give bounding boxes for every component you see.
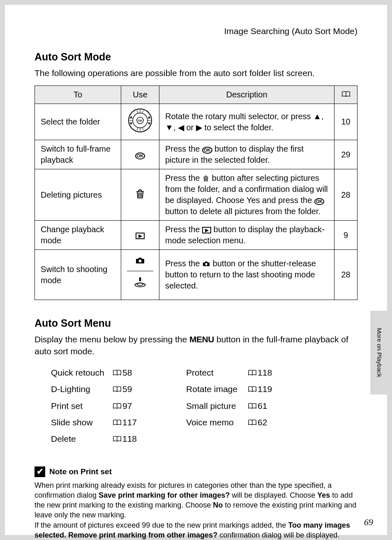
page-header: Image Searching (Auto Sort Mode) — [35, 25, 357, 37]
op-use-icon — [121, 250, 159, 300]
table-row: Select the folder Rotate the rotary mult… — [35, 104, 357, 140]
th-to: To — [35, 86, 121, 104]
ok-button-icon: OK — [314, 198, 325, 205]
menu-button-label: MENU — [189, 335, 214, 344]
menu-item: Rotate image119 — [186, 383, 272, 395]
book-icon — [341, 91, 350, 97]
op-to: Select the folder — [35, 104, 121, 140]
op-description: Press the ▶ button to display the playba… — [159, 221, 334, 250]
op-to: Switch to shooting mode — [35, 250, 121, 300]
book-icon — [248, 386, 257, 392]
book-icon — [248, 419, 257, 426]
menu-item-page: 58 — [113, 367, 132, 378]
menu-item-label: Voice memo — [186, 417, 240, 428]
section-title-auto-sort-mode: Auto Sort Mode — [35, 50, 357, 64]
menu-item: Small picture61 — [186, 400, 272, 412]
section-intro: Display the menu below by pressing the M… — [35, 334, 357, 357]
table-row: Change playback mode ▶ Press the ▶ butto… — [35, 221, 357, 250]
camera-icon — [135, 256, 145, 265]
book-icon — [113, 403, 122, 409]
table-row: Deleting pictures Press the button after… — [35, 169, 357, 221]
op-to: Change playback mode — [35, 221, 121, 250]
menu-item-page: 61 — [248, 400, 267, 412]
shutter-release-icon — [133, 275, 148, 290]
op-description: Press the button after selecting picture… — [159, 169, 334, 221]
manual-page: Image Searching (Auto Sort Mode) Auto So… — [5, 5, 387, 535]
op-page: 10 — [334, 104, 357, 140]
th-description: Description — [159, 86, 334, 104]
menu-item-label: Slide show — [51, 417, 104, 428]
book-icon — [113, 386, 122, 392]
menu-item-page: 119 — [248, 383, 272, 395]
menu-item-label: D-Lighting — [51, 383, 104, 395]
note-heading: ✔ Note on Print set — [35, 466, 357, 477]
op-to: Switch to full-frame playback — [35, 140, 121, 169]
side-tab: More on Playback — [371, 311, 387, 395]
rotary-selector-icon — [127, 107, 153, 134]
table-row: Switch to shooting mode Press the button… — [35, 250, 357, 300]
playback-icon: ▶ — [136, 233, 145, 239]
caution-icon: ✔ — [35, 466, 45, 477]
menu-item-label: Quick retouch — [51, 367, 104, 378]
menu-item-label: Protect — [186, 367, 240, 378]
right-arrow-icon: ▶ — [196, 123, 202, 132]
th-use: Use — [121, 86, 159, 104]
section-intro: The following operations are possible fr… — [35, 67, 357, 79]
operations-table: To Use Description Select the folder Rot… — [35, 85, 357, 300]
op-to: Deleting pictures — [35, 169, 121, 221]
menu-item-page: 59 — [113, 383, 132, 395]
menu-item-label: Small picture — [186, 400, 240, 412]
op-page: 28 — [334, 169, 357, 221]
menu-item-label: Print set — [51, 400, 104, 412]
menu-item: Quick retouch58 — [51, 367, 137, 378]
menu-item-page: 118 — [248, 367, 272, 378]
menu-item: Print set97 — [51, 400, 137, 412]
camera-icon — [202, 261, 210, 267]
op-page: 9 — [334, 221, 357, 250]
menu-column: Quick retouch58D-Lighting59Print set97Sl… — [51, 367, 137, 450]
left-arrow-icon: ◀ — [178, 123, 184, 132]
op-page: 28 — [334, 250, 357, 300]
book-icon — [113, 436, 122, 442]
ok-button-icon: OK — [202, 147, 212, 154]
note-body: When print marking already exists for pi… — [35, 480, 357, 540]
section-title-auto-sort-menu: Auto Sort Menu — [35, 316, 357, 330]
page-number: 69 — [364, 516, 373, 528]
menu-item-label: Delete — [51, 433, 104, 445]
menu-list: Quick retouch58D-Lighting59Print set97Sl… — [35, 367, 357, 450]
op-description: Rotate the rotary multi selector, or pre… — [159, 104, 334, 140]
menu-item-label: Rotate image — [186, 383, 240, 395]
note-box: ✔ Note on Print set When print marking a… — [35, 463, 357, 540]
op-description: Press the OK button to display the first… — [159, 140, 334, 169]
menu-item: Delete118 — [51, 433, 137, 445]
book-icon — [113, 369, 122, 376]
up-arrow-icon: ▲ — [313, 112, 321, 121]
op-use-icon — [121, 104, 159, 140]
ok-button-icon: OK — [135, 152, 145, 159]
book-icon — [248, 369, 257, 376]
menu-column: Protect118Rotate image119Small picture61… — [186, 367, 272, 450]
trash-icon — [134, 188, 146, 199]
op-use-icon: OK — [121, 140, 159, 169]
side-tab-label: More on Playback — [375, 328, 383, 377]
book-icon — [248, 403, 257, 409]
book-icon — [113, 419, 122, 426]
op-use-icon: ▶ — [121, 221, 159, 250]
menu-item-page: 62 — [248, 417, 267, 428]
menu-item-page: 97 — [113, 400, 132, 412]
op-use-icon — [121, 169, 159, 221]
table-row: Switch to full-frame playback OK Press t… — [35, 140, 357, 169]
down-arrow-icon: ▼ — [165, 123, 173, 132]
menu-item-page: 117 — [113, 417, 137, 428]
menu-item: Voice memo62 — [186, 417, 272, 428]
menu-item: D-Lighting59 — [51, 383, 137, 395]
menu-item: Protect118 — [186, 367, 272, 378]
menu-item: Slide show117 — [51, 417, 137, 428]
op-description: Press the button or the shutter-release … — [159, 250, 334, 300]
trash-icon — [202, 175, 210, 182]
menu-item-page: 118 — [113, 433, 137, 445]
playback-icon: ▶ — [202, 227, 211, 233]
th-page-ref — [334, 86, 357, 104]
op-page: 29 — [334, 140, 357, 169]
